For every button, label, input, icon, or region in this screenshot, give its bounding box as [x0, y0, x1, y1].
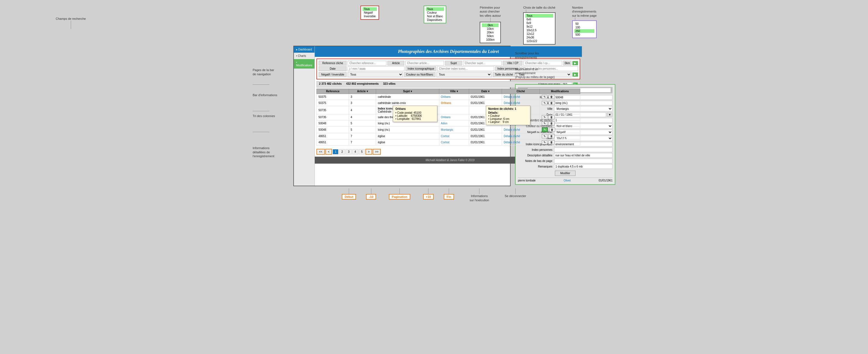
cliche-details-link[interactable]: Détails cliché: [504, 141, 520, 144]
annotation-scrollbar: Scrollbar pour lesenregistrements: [515, 51, 615, 59]
edit-btn[interactable]: ✎: [542, 115, 547, 119]
annotation-perimetre: Périmètre pour aussi chercher les villes…: [480, 6, 501, 18]
ville-link-highlighted[interactable]: Orléans: [441, 101, 451, 105]
negatif-dropdown[interactable]: Tous Négatif Inversible: [361, 6, 379, 20]
page-2-btn[interactable]: 2: [339, 149, 345, 154]
lignes-50[interactable]: 50: [575, 22, 594, 26]
delete-btn[interactable]: 🗑: [549, 121, 555, 125]
perim-10km[interactable]: 10km: [482, 27, 499, 31]
sidebar-item-charts[interactable]: • Charts: [294, 53, 314, 59]
taille-24x36[interactable]: 24x36: [525, 36, 553, 39]
edit-btn[interactable]: ✎: [542, 140, 547, 144]
taille-9x12[interactable]: 9x12: [525, 25, 553, 28]
taille-122x122[interactable]: 122x122: [525, 39, 553, 43]
delete-btn[interactable]: 🗑: [549, 101, 555, 105]
lignes-250[interactable]: 250: [575, 29, 594, 33]
page-3-btn[interactable]: 3: [346, 149, 352, 154]
taille-6x9[interactable]: 6x9: [525, 21, 553, 25]
edit-btn[interactable]: ✎: [542, 101, 547, 105]
taille-6x6[interactable]: 6x6: [525, 18, 553, 21]
date-input[interactable]: [348, 66, 404, 71]
modal-label-notes: Notes de bas de page: [518, 159, 554, 163]
lignes-100[interactable]: 100: [575, 26, 594, 29]
perim-50km[interactable]: 50km: [482, 34, 499, 38]
last-page-btn[interactable]: >>: [373, 149, 381, 155]
ville-link[interactable]: Orléans: [441, 116, 451, 119]
cell-ref: 50735: [317, 114, 349, 120]
index-icono-label: Index iconographique: [406, 66, 436, 71]
edit-btn[interactable]: ✎: [542, 134, 547, 138]
col-date[interactable]: Date ▾: [469, 89, 502, 94]
lignes-500[interactable]: 500: [575, 33, 594, 36]
delete-btn[interactable]: 🗑: [549, 134, 555, 138]
next10-btn[interactable]: >: [366, 149, 372, 155]
delete-btn[interactable]: 🗑: [549, 95, 555, 99]
modal-input-description[interactable]: [554, 153, 613, 158]
modal-input-index-personnes[interactable]: [554, 147, 613, 152]
col-ville[interactable]: Ville ▾: [439, 89, 469, 94]
modal-date-btn[interactable]: ▼: [607, 113, 613, 117]
reference-input[interactable]: [348, 61, 386, 65]
sujet-input[interactable]: [463, 61, 502, 65]
cliche-details-link[interactable]: Détails cliché: [504, 135, 520, 138]
cell-date: 01/01/1961: [469, 133, 502, 139]
modal-input-remarques[interactable]: [554, 164, 613, 169]
pagination-controls: << < 1 2 3 4 5 > >>: [316, 149, 381, 155]
delete-btn[interactable]: 🗑: [549, 115, 555, 119]
couleur-dropdown[interactable]: Tous Couleur Noir et Blanc Diapositives: [424, 6, 446, 23]
perim-20km[interactable]: 20km: [482, 31, 499, 34]
taille-10x12[interactable]: 10x12.5: [525, 28, 553, 32]
table-row: 50375 3 cathédrale sainte-croix Orléans …: [317, 100, 580, 106]
modal-footer-city[interactable]: Olivet: [563, 179, 571, 182]
perimetre-dropdown[interactable]: 0km 10km 20km 50km 100km: [480, 22, 501, 43]
article-input[interactable]: [405, 61, 444, 65]
taille-dropdown[interactable]: Tous 6x6 6x9 9x12 10x12.5 12x12 24x36 12…: [523, 12, 555, 45]
ville-link[interactable]: Orléans: [441, 95, 451, 98]
cliche-details-link[interactable]: Détails cliché: [504, 95, 520, 98]
first-page-btn[interactable]: <<: [316, 149, 325, 155]
modal-modifier-btn[interactable]: Modifier: [555, 171, 576, 176]
sidebar-item-dashboard[interactable]: ▸ Dashboard: [294, 46, 314, 53]
page-4-btn[interactable]: 4: [352, 149, 359, 154]
couleur-option-couleur[interactable]: Couleur: [426, 11, 444, 14]
ville-link[interactable]: Cortrat: [441, 141, 450, 144]
prev10-btn[interactable]: <: [326, 149, 332, 155]
couleur-option-nb[interactable]: Noir et Blanc: [426, 14, 444, 18]
ville-link[interactable]: Montargis: [441, 128, 453, 131]
negatif-select[interactable]: Tous Négatif Inversible: [348, 72, 403, 77]
cell-ville: Cortrat: [439, 139, 469, 146]
negatif-option-tous[interactable]: Tous: [363, 7, 377, 11]
index-icono-input[interactable]: [437, 66, 494, 71]
perim-0km[interactable]: 0km: [482, 23, 499, 27]
delete-btn[interactable]: 🗑: [549, 140, 555, 144]
col-reference[interactable]: Reference: [317, 89, 349, 94]
taille-tous[interactable]: Tous: [525, 14, 553, 18]
col-sujet[interactable]: Sujet ▾: [376, 89, 439, 94]
cell-article: 7: [349, 133, 376, 139]
sidebar-item-modifications[interactable]: • Modifications: [294, 59, 314, 68]
page-5-btn[interactable]: 5: [359, 149, 365, 154]
data-table: Reference Article ▾ Sujet ▾ Ville ▾ Date…: [316, 89, 580, 146]
cell-cliche: Détails cliché: [502, 94, 539, 100]
edit-btn-highlighted[interactable]: ✎: [542, 127, 548, 132]
ville-link[interactable]: Adon: [441, 122, 447, 125]
edit-btn[interactable]: ✎: [542, 121, 547, 125]
ville-link[interactable]: Cortrat: [441, 135, 450, 138]
cliche-details-link[interactable]: Détails cliché: [504, 101, 520, 105]
col-article[interactable]: Article ▾: [349, 89, 376, 94]
lignes-dropdown[interactable]: 50 100 250 500: [572, 20, 597, 38]
page-1-btn[interactable]: 1: [333, 149, 339, 154]
col-modifications: Modifications: [539, 89, 580, 94]
edit-btn[interactable]: ✎: [542, 95, 547, 99]
negatif-option-negatif[interactable]: Négatif: [363, 11, 377, 14]
perim-100km[interactable]: 100km: [482, 38, 499, 41]
modal-input-notes[interactable]: [554, 158, 613, 163]
detail-nb-cliches: Nombre de clichés: 1: [488, 107, 528, 110]
delete-btn[interactable]: 🗑: [549, 128, 555, 132]
couleur-option-diapo[interactable]: Diapositives: [426, 18, 444, 22]
negatif-option-inversible[interactable]: Inversible: [363, 14, 377, 18]
couleur-option-tous[interactable]: Tous: [426, 7, 444, 11]
taille-12x12[interactable]: 12x12: [525, 32, 553, 36]
couleur-select[interactable]: Tous Couleur Noir et Blanc: [436, 72, 492, 77]
cliche-details-link[interactable]: Détails cliché: [504, 128, 520, 131]
